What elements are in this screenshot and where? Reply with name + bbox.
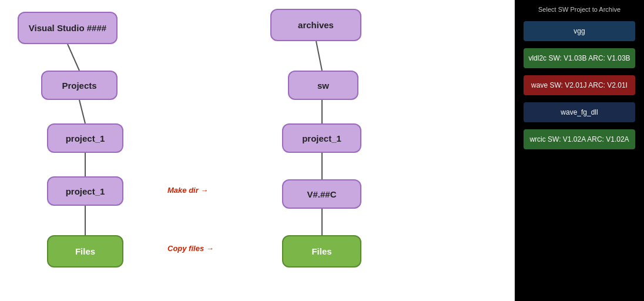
vs-node: Visual Studio #### [18,12,118,44]
project1b-node: project_1 [47,176,123,206]
files-right-node: Files [282,235,361,267]
vldl2c-button[interactable]: vldl2c SW: V1.03B ARC: V1.03B [524,48,635,68]
svg-line-1 [79,100,85,123]
right-panel: Select SW Project to Archive vgg vldl2c … [515,0,644,301]
right-panel-title: Select SW Project to Archive [519,6,639,13]
diagram-area: Visual Studio #### Projects project_1 pr… [0,0,515,301]
wrcic-button[interactable]: wrcic SW: V1.02A ARC: V1.02A [524,129,635,149]
copy-files-label: Copy files → [167,244,214,253]
vgg-button[interactable]: vgg [524,21,635,41]
project1r-node: project_1 [282,123,361,153]
wave-button[interactable]: wave SW: V2.01J ARC: V2.01I [524,75,635,95]
sw-node: sw [288,71,358,100]
files-left-node: Files [47,235,123,267]
projects-node: Projects [41,71,118,100]
svg-line-4 [316,41,322,71]
svg-line-0 [68,44,79,71]
make-dir-label: Make dir → [167,186,208,195]
version-node: V#.##C [282,179,361,209]
wave-fg-dll-button[interactable]: wave_fg_dll [524,102,635,122]
project1a-node: project_1 [47,123,123,153]
archives-node: archives [270,9,361,41]
